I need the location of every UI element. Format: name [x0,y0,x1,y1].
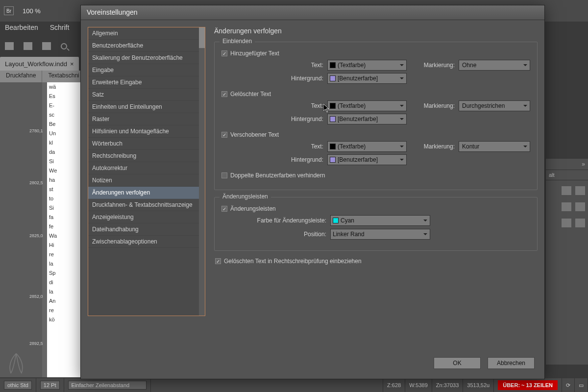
sidebar-item-15[interactable]: Anzeigeleistung [88,211,199,223]
sidebar-item-6[interactable]: Einheiten und Einteilungen [88,101,199,113]
sidebar-item-12[interactable]: Notizen [88,174,199,187]
label-deleted: Gelöschter Text [230,91,271,98]
size-select[interactable]: 12 Pt [40,381,60,390]
text-line: Hi [47,241,81,250]
sidebar-item-5[interactable]: Satz [88,89,199,101]
text-line: la [47,287,81,296]
sidebar-item-9[interactable]: Wörterbuch [88,138,199,150]
panel-tab[interactable]: alt [546,170,588,180]
sidebar-item-1[interactable]: Benutzeroberfläche [88,40,199,52]
combo-moved-text[interactable]: (Textfarbe) [327,141,407,152]
text-line: fa [47,213,81,222]
font-select[interactable]: othic Std [4,381,32,390]
combo-added-text[interactable]: (Textfarbe) [327,60,407,71]
sidebar-item-17[interactable]: Zwischenablageoptionen [88,236,199,248]
panel-icon[interactable] [562,219,571,227]
leading-select[interactable]: Einfacher Zeilenabstand [68,381,147,390]
menu-type[interactable]: Schrift [50,24,70,33]
app-logo [3,351,29,374]
group-show-title: Einblenden [220,38,255,45]
sidebar-item-0[interactable]: Allgemein [88,27,199,40]
checkbox-spellcheck-deleted[interactable]: ✓ [215,258,221,264]
panel-icon[interactable] [575,202,585,211]
subtab-galley[interactable]: Druckfahne [0,71,42,82]
text-line: Si [47,157,81,166]
sidebar-item-11[interactable]: Autokorrektur [88,162,199,174]
ruler-mark: 2892,5 [29,341,43,346]
search-icon[interactable] [61,43,67,49]
menu-edit[interactable]: Bearbeiten [5,24,38,33]
zoom-level[interactable]: 100 % [23,7,41,15]
text-line: st [47,185,81,194]
label-prevent-dup: Doppelte Benutzerfarben verhindern [230,172,325,179]
combo-added-mark[interactable]: Ohne [459,60,530,71]
sidebar-item-13[interactable]: Änderungen verfolgen [88,187,199,199]
combo-moved-mark[interactable]: Kontur [459,141,530,152]
label-added: Hinzugefügter Text [230,50,279,57]
text-line: Be [47,120,81,129]
text-line: E- [47,101,81,110]
checkbox-deleted[interactable]: ✓ [221,91,227,97]
print-icon[interactable] [42,42,51,50]
label-spellcheck-deleted: Gelöschten Text in Rechtschreibprüfung e… [224,258,362,265]
text-line: Sp [47,269,81,278]
text-line: ha [47,175,81,185]
panel-icon[interactable] [562,186,571,195]
sidebar-item-2[interactable]: Skalierung der Benutzeroberfläche [88,52,199,64]
open-icon[interactable] [5,42,14,50]
save-icon[interactable] [24,42,32,50]
sidebar-scrollbar[interactable] [199,27,205,316]
sidebar-item-10[interactable]: Rechtschreibung [88,150,199,162]
page-text-column: 2780,1 2802,5 2825,0 2852,0 2892,5 wäEsE… [47,82,81,377]
combo-moved-bg[interactable]: [Benutzerfarbe] [327,154,407,165]
cancel-button[interactable]: Abbrechen [488,357,535,369]
screen-icon[interactable]: ▭ [579,382,584,389]
subtab-story[interactable]: Textabschni [42,71,85,82]
sidebar-item-14[interactable]: Druckfahnen- & Textabschnittsanzeige [88,199,199,211]
combo-deleted-text[interactable]: (Textfarbe) [327,100,407,111]
text-line: di [47,278,81,287]
text-line: kö [47,315,81,324]
label-bg: Hintergrund: [270,75,323,82]
expand-icon[interactable]: » [546,159,588,170]
sidebar-item-3[interactable]: Eingabe [88,64,199,76]
checkbox-prevent-dup[interactable] [221,172,227,178]
text-line: to [47,194,81,203]
panel-icon[interactable] [575,219,585,227]
sidebar-item-8[interactable]: Hilfslinien und Montagefläche [88,125,199,138]
panel-icon[interactable] [575,186,585,195]
status-z: Z:628 [383,378,405,392]
combo-deleted-bg[interactable]: [Benutzerfarbe] [327,114,407,124]
status-zn: Zn:37033 [432,378,463,392]
combo-bar-color[interactable]: Cyan [330,215,430,226]
checkbox-added[interactable]: ✓ [221,50,227,56]
group-show: Einblenden ✓ Hinzugefügter Text Text: (T… [214,42,538,190]
ok-button[interactable]: OK [434,357,481,369]
text-line: kl [47,138,81,147]
right-panels: » alt [546,159,588,365]
status-bar: othic Std 12 Pt Einfacher Zeilenabstand … [0,378,588,392]
text-line: re [47,250,81,259]
sync-icon[interactable]: ⟳ [566,382,570,389]
sidebar-item-16[interactable]: Dateihandhabung [88,223,199,236]
vertical-ruler [42,82,47,377]
bridge-icon[interactable]: Br [4,6,14,15]
combo-added-bg[interactable]: [Benutzerfarbe] [327,73,407,84]
combo-bar-pos[interactable]: Linker Rand [330,229,430,240]
panel-icon[interactable] [562,202,571,211]
label-changebars: Änderungsleisten [230,205,276,212]
document-tab[interactable]: Layout_Workflow.indd × [0,57,79,71]
sidebar-item-4[interactable]: Erweiterte Eingabe [88,76,199,89]
text-line: la [47,259,81,269]
dialog-title: Voreinstellungen [81,5,544,20]
preferences-dialog: Voreinstellungen AllgemeinBenutzeroberfl… [80,5,545,379]
combo-deleted-mark[interactable]: Durchgestrichen [459,100,530,111]
ruler-mark: 2852,0 [29,294,43,299]
checkbox-changebars[interactable]: ✓ [221,206,227,212]
label-bar-color: Farbe für Änderungsleiste: [248,217,326,224]
status-coord: 3513,52u [463,378,494,392]
page-heading: Änderungen verfolgen [214,27,538,35]
checkbox-moved[interactable]: ✓ [221,132,227,138]
close-icon[interactable]: × [70,60,74,68]
sidebar-item-7[interactable]: Raster [88,113,199,125]
